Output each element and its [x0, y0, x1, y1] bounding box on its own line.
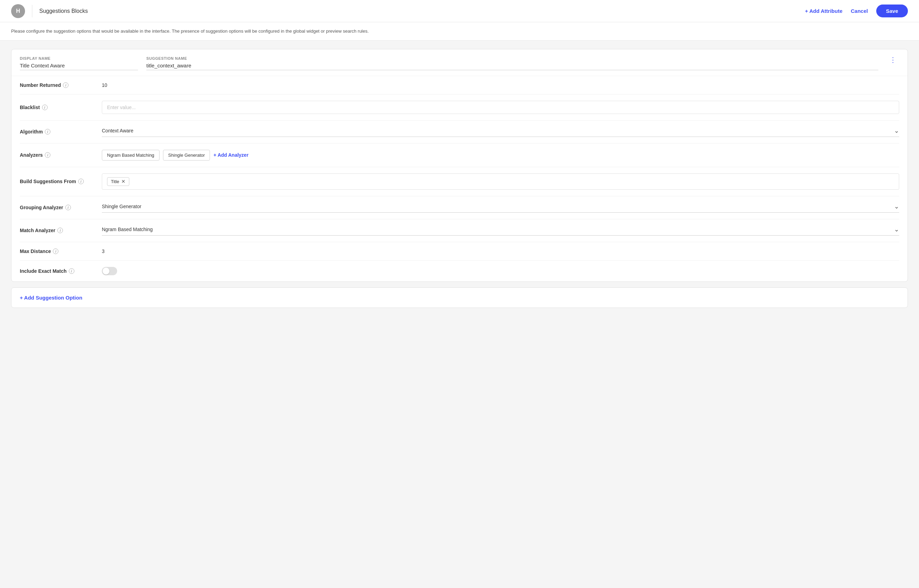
analyzers-label: Analyzers i — [20, 152, 96, 158]
grouping-analyzer-chevron-icon: ⌄ — [894, 203, 899, 210]
build-suggestions-field: Title ✕ — [102, 173, 899, 190]
blacklist-input[interactable] — [102, 101, 899, 114]
grouping-analyzer-select[interactable]: Shingle Generator ⌄ — [102, 203, 899, 213]
algorithm-chevron-icon: ⌄ — [894, 127, 899, 134]
build-suggestions-row: Build Suggestions From i Title ✕ — [20, 167, 899, 196]
card-body: Number Returned i 10 Blacklist i Algorit… — [11, 76, 908, 281]
grouping-analyzer-info-icon: i — [65, 205, 71, 210]
avatar: H — [11, 4, 25, 18]
save-button[interactable]: Save — [876, 5, 908, 18]
algorithm-value: Context Aware — [102, 128, 134, 134]
tag-title-text: Title — [111, 179, 119, 184]
page-title: Suggestions Blocks — [39, 8, 798, 14]
add-suggestion-card: + Add Suggestion Option — [11, 288, 908, 308]
add-analyzer-button[interactable]: + Add Analyzer — [213, 152, 249, 158]
algorithm-field: Context Aware ⌄ — [102, 127, 899, 137]
build-suggestions-label: Build Suggestions From i — [20, 179, 96, 184]
analyzer-tag-ngram: Ngram Based Matching — [102, 150, 160, 160]
display-name-col: DISPLAY NAME Title Context Aware — [20, 56, 138, 70]
algorithm-select[interactable]: Context Aware ⌄ — [102, 127, 899, 137]
max-distance-info-icon: i — [53, 249, 58, 254]
suggestion-name-label: SUGGESTION NAME — [146, 56, 878, 60]
include-exact-match-info-icon: i — [69, 268, 74, 274]
match-analyzer-chevron-icon: ⌄ — [894, 226, 899, 233]
build-suggestions-info-icon: i — [78, 179, 84, 184]
suggestion-name-value: title_context_aware — [146, 63, 878, 70]
build-suggestions-tag-title: Title ✕ — [107, 177, 129, 186]
build-suggestions-container[interactable]: Title ✕ — [102, 173, 899, 190]
cancel-button[interactable]: Cancel — [851, 8, 868, 14]
card-header: DISPLAY NAME Title Context Aware SUGGEST… — [11, 49, 908, 76]
algorithm-row: Algorithm i Context Aware ⌄ — [20, 121, 899, 144]
card-menu-button[interactable]: ⋮ — [887, 56, 899, 63]
main-content: DISPLAY NAME Title Context Aware SUGGEST… — [0, 40, 919, 587]
toggle-knob — [103, 268, 110, 275]
blacklist-row: Blacklist i — [20, 95, 899, 121]
match-analyzer-select[interactable]: Ngram Based Matching ⌄ — [102, 226, 899, 236]
header-actions: + Add Attribute Cancel Save — [805, 5, 908, 18]
number-returned-row: Number Returned i 10 — [20, 76, 899, 95]
header-divider — [32, 5, 32, 18]
max-distance-value: 3 — [102, 249, 899, 254]
match-analyzer-label: Match Analyzer i — [20, 228, 96, 233]
description-bar: Please configure the suggestion options … — [0, 22, 919, 40]
number-returned-value: 10 — [102, 82, 899, 88]
grouping-analyzer-field: Shingle Generator ⌄ — [102, 203, 899, 213]
match-analyzer-value: Ngram Based Matching — [102, 226, 153, 232]
number-returned-label: Number Returned i — [20, 82, 96, 88]
display-name-label: DISPLAY NAME — [20, 56, 138, 60]
number-returned-info-icon: i — [63, 82, 68, 88]
blacklist-field — [102, 101, 899, 114]
match-analyzer-info-icon: i — [57, 228, 63, 233]
blacklist-info-icon: i — [42, 105, 48, 110]
grouping-analyzer-label: Grouping Analyzer i — [20, 205, 96, 210]
max-distance-row: Max Distance i 3 — [20, 242, 899, 261]
suggestion-name-col: SUGGESTION NAME title_context_aware — [146, 56, 878, 70]
match-analyzer-field: Ngram Based Matching ⌄ — [102, 226, 899, 236]
include-exact-match-field — [102, 267, 899, 275]
app-header: H Suggestions Blocks + Add Attribute Can… — [0, 0, 919, 22]
analyzers-info-icon: i — [45, 152, 50, 158]
add-suggestion-option-button[interactable]: + Add Suggestion Option — [11, 288, 91, 307]
tag-title-remove-button[interactable]: ✕ — [121, 179, 126, 184]
add-attribute-button[interactable]: + Add Attribute — [805, 8, 843, 14]
match-analyzer-row: Match Analyzer i Ngram Based Matching ⌄ — [20, 219, 899, 242]
description-text: Please configure the suggestion options … — [11, 29, 369, 34]
include-exact-match-toggle[interactable] — [102, 267, 117, 275]
include-exact-match-row: Include Exact Match i — [20, 261, 899, 281]
algorithm-label: Algorithm i — [20, 129, 96, 134]
grouping-analyzer-value: Shingle Generator — [102, 204, 142, 209]
analyzers-row: Analyzers i Ngram Based Matching Shingle… — [20, 144, 899, 167]
algorithm-info-icon: i — [45, 129, 50, 134]
max-distance-label: Max Distance i — [20, 249, 96, 254]
include-exact-match-label: Include Exact Match i — [20, 268, 96, 274]
display-name-value: Title Context Aware — [20, 63, 138, 70]
grouping-analyzer-row: Grouping Analyzer i Shingle Generator ⌄ — [20, 196, 899, 219]
blacklist-label: Blacklist i — [20, 105, 96, 110]
analyzers-field: Ngram Based Matching Shingle Generator +… — [102, 150, 899, 160]
analyzer-tag-shingle: Shingle Generator — [163, 150, 210, 160]
suggestion-card: DISPLAY NAME Title Context Aware SUGGEST… — [11, 49, 908, 282]
analyzers-list: Ngram Based Matching Shingle Generator +… — [102, 150, 899, 160]
